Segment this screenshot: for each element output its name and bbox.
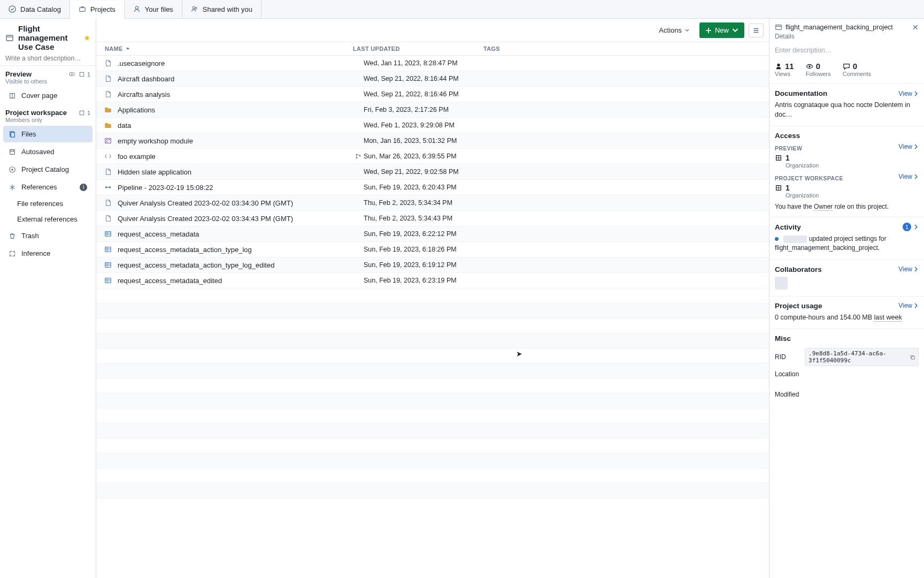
activity-item: updated project settings for flight_mana… bbox=[775, 234, 919, 253]
rid-value[interactable]: .9e8d8-1a5d-4734-ac6a-3f1f5040099c bbox=[805, 348, 919, 366]
content-area: Actions New NAME LAS bbox=[96, 19, 769, 578]
dataset-icon bbox=[104, 245, 112, 254]
svg-rect-35 bbox=[105, 263, 111, 268]
table-row[interactable]: foo exampleSun, Mar 26, 2023, 6:39:55 PM bbox=[96, 149, 769, 164]
collaborator-avatar[interactable] bbox=[775, 277, 788, 290]
nav-files[interactable]: Files bbox=[3, 126, 93, 142]
usage-section: Project usage View 0 compute-hours and 1… bbox=[769, 296, 924, 330]
details-description-input[interactable]: Enter description… bbox=[769, 44, 924, 60]
view-collaborators-link[interactable]: View bbox=[898, 265, 919, 273]
new-button[interactable]: New bbox=[699, 22, 744, 38]
table-row[interactable]: request_access_metadata_action_type_log_… bbox=[96, 257, 769, 273]
nav-references[interactable]: References i bbox=[3, 179, 93, 195]
nav-inference[interactable]: Inference bbox=[3, 245, 93, 262]
view-usage-link[interactable]: View bbox=[898, 302, 919, 309]
svg-rect-43 bbox=[776, 25, 782, 30]
star-icon[interactable]: ★ bbox=[83, 33, 90, 43]
project-title: Flight management Use Case bbox=[18, 24, 78, 51]
nav-project-catalog[interactable]: Project Catalog bbox=[3, 161, 93, 178]
col-tags-header[interactable]: TAGS bbox=[483, 45, 761, 52]
file-name: empty workshop module bbox=[118, 137, 353, 145]
view-doc-link[interactable]: View bbox=[898, 90, 919, 97]
activity-dot-icon bbox=[775, 237, 779, 241]
file-name: Applications bbox=[118, 106, 353, 114]
table-row[interactable]: request_access_metadataSun, Feb 19, 2023… bbox=[96, 226, 769, 242]
org-icon bbox=[775, 154, 782, 162]
documentation-section: Documentation View Antris cognataque qua… bbox=[769, 84, 924, 126]
plus-icon bbox=[705, 27, 712, 34]
svg-rect-55 bbox=[912, 356, 914, 359]
stat-views: 11 Views bbox=[775, 62, 794, 77]
view-access-workspace-link[interactable]: View bbox=[898, 173, 919, 180]
file-icon bbox=[104, 59, 112, 67]
table-row[interactable]: Hidden slate applicationWed, Sep 21, 202… bbox=[96, 164, 769, 180]
nav-cover-page[interactable]: Cover page bbox=[3, 87, 93, 104]
copy-icon[interactable] bbox=[910, 354, 915, 360]
pipeline-icon bbox=[104, 183, 112, 192]
chevron-right-icon[interactable] bbox=[913, 224, 919, 230]
file-name: Quiver Analysis Created 2023-02-02 03:34… bbox=[118, 199, 353, 207]
table-row[interactable]: request_access_metadata_editedSun, Feb 1… bbox=[96, 273, 769, 288]
view-access-preview-link[interactable]: View bbox=[898, 143, 919, 150]
table-row[interactable]: empty workshop moduleMon, Jan 16, 2023, … bbox=[96, 133, 769, 149]
tab-your-files[interactable]: Your files bbox=[125, 0, 182, 18]
nav-autosaved[interactable]: Autosaved bbox=[3, 143, 93, 160]
preview-sub: Visible to others bbox=[5, 78, 90, 85]
table-row[interactable]: .usecaseignoreWed, Jan 11, 2023, 8:28:47… bbox=[96, 56, 769, 71]
stats-row: 11 Views 0 Followers 0 Comments bbox=[769, 60, 924, 84]
activity-section: Activity 1 updated project settings for … bbox=[769, 217, 924, 260]
workspace-badge: 1 bbox=[79, 110, 90, 116]
svg-point-47 bbox=[808, 65, 811, 67]
file-icon bbox=[104, 90, 112, 98]
table-row[interactable]: ApplicationsFri, Feb 3, 2023, 2:17:26 PM bbox=[96, 102, 769, 118]
nav-trash[interactable]: Trash bbox=[3, 227, 93, 244]
table-row[interactable]: Pipeline - 2023-02-19 15:08:22Sun, Feb 1… bbox=[96, 180, 769, 195]
svg-rect-20 bbox=[106, 141, 108, 142]
eye-icon[interactable] bbox=[68, 71, 75, 78]
file-name: foo example bbox=[118, 153, 353, 161]
info-icon: i bbox=[80, 184, 87, 191]
tab-projects[interactable]: Projects bbox=[70, 1, 125, 19]
actions-dropdown[interactable]: Actions bbox=[653, 22, 695, 38]
nav-external-references[interactable]: External references bbox=[0, 211, 96, 227]
project-description-input[interactable] bbox=[5, 51, 90, 63]
empty-row bbox=[96, 348, 769, 363]
view-toggle-button[interactable] bbox=[749, 24, 764, 37]
col-name-header[interactable]: NAME bbox=[104, 45, 353, 52]
close-details-button[interactable]: ✕ bbox=[912, 23, 919, 32]
table-row[interactable]: Quiver Analysis Created 2023-02-02 03:34… bbox=[96, 211, 769, 226]
file-icon bbox=[104, 199, 112, 207]
table-row[interactable]: dataWed, Feb 1, 2023, 9:29:08 PM bbox=[96, 118, 769, 133]
user-icon bbox=[133, 5, 141, 13]
nav-file-references[interactable]: File references bbox=[0, 196, 96, 211]
misc-modified-row: Modified bbox=[775, 389, 919, 400]
owner-role-text: You have the Owner role on this project. bbox=[775, 203, 919, 210]
file-name: Hidden slate application bbox=[118, 168, 353, 176]
stat-comments: 0 Comments bbox=[843, 62, 871, 77]
file-updated: Fri, Feb 3, 2023, 2:17:26 PM bbox=[364, 106, 494, 113]
empty-row bbox=[96, 303, 769, 318]
folder-icon bbox=[104, 121, 112, 130]
workspace-title: Project workspace bbox=[5, 109, 67, 117]
file-updated: Mon, Jan 16, 2023, 5:01:32 PM bbox=[364, 137, 494, 144]
file-icon bbox=[104, 214, 112, 223]
project-header: Flight management Use Case ★ bbox=[0, 19, 96, 66]
details-panel: flight_management_backing_project ✕ Deta… bbox=[769, 19, 924, 578]
table-row[interactable]: Aircrafts analysisWed, Sep 21, 2022, 8:1… bbox=[96, 87, 769, 102]
misc-rid-row: RID .9e8d8-1a5d-4734-ac6a-3f1f5040099c bbox=[775, 346, 919, 368]
svg-rect-19 bbox=[109, 139, 110, 140]
catalog-icon bbox=[9, 166, 16, 173]
col-updated-header[interactable]: LAST UPDATED bbox=[353, 45, 483, 52]
file-updated: Sun, Feb 19, 2023, 6:20:43 PM bbox=[364, 184, 494, 191]
file-updated: Wed, Jan 11, 2023, 8:28:47 PM bbox=[364, 59, 494, 67]
tab-shared[interactable]: Shared with you bbox=[182, 0, 261, 18]
svg-point-4 bbox=[195, 7, 197, 10]
table-row[interactable]: Aircraft dashboardWed, Sep 21, 2022, 8:1… bbox=[96, 71, 769, 87]
users-icon bbox=[191, 5, 198, 13]
file-updated: Sun, Feb 19, 2023, 6:23:19 PM bbox=[364, 277, 494, 284]
tab-data-catalog[interactable]: Data Catalog bbox=[0, 0, 70, 18]
empty-row bbox=[96, 378, 769, 393]
table-row[interactable]: request_access_metadata_action_type_logS… bbox=[96, 242, 769, 257]
table-row[interactable]: Quiver Analysis Created 2023-02-02 03:34… bbox=[96, 195, 769, 211]
dataset-icon bbox=[104, 230, 112, 238]
